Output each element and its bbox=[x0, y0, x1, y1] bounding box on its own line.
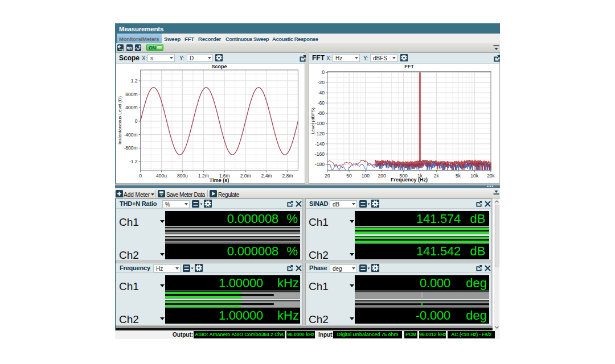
svg-text:-20: -20 bbox=[318, 80, 325, 85]
svg-text:800u: 800u bbox=[177, 173, 188, 179]
svg-text:-160: -160 bbox=[315, 151, 325, 157]
svg-text:-140: -140 bbox=[315, 141, 325, 147]
svg-text:1.2m: 1.2m bbox=[198, 173, 209, 179]
svg-text:20: 20 bbox=[325, 173, 330, 179]
svg-text:Level (dBFS): Level (dBFS) bbox=[310, 107, 315, 134]
svg-text:400m: 400m bbox=[125, 105, 137, 110]
svg-text:0: 0 bbox=[139, 173, 142, 179]
svg-text:FFT: FFT bbox=[404, 64, 414, 69]
svg-text:100: 100 bbox=[362, 173, 370, 179]
svg-text:-80: -80 bbox=[318, 110, 325, 116]
svg-text:200: 200 bbox=[378, 173, 386, 179]
svg-text:0: 0 bbox=[135, 118, 138, 124]
svg-text:-40: -40 bbox=[318, 90, 325, 96]
svg-text:2.0m: 2.0m bbox=[240, 173, 251, 179]
svg-text:20k: 20k bbox=[487, 173, 495, 179]
svg-text:2k: 2k bbox=[434, 173, 440, 179]
svg-text:-400m: -400m bbox=[124, 132, 138, 138]
svg-text:400u: 400u bbox=[156, 173, 167, 179]
svg-text:1.2: 1.2 bbox=[131, 78, 138, 84]
svg-text:Instantaneous Level (D): Instantaneous Level (D) bbox=[117, 96, 122, 144]
svg-text:-180: -180 bbox=[315, 162, 325, 167]
svg-text:Time (s): Time (s) bbox=[210, 177, 229, 183]
svg-text:10k: 10k bbox=[470, 173, 478, 179]
svg-text:-100: -100 bbox=[315, 121, 325, 126]
svg-text:800m: 800m bbox=[125, 92, 137, 97]
svg-text:2.4m: 2.4m bbox=[261, 173, 272, 179]
svg-text:-120: -120 bbox=[315, 131, 325, 136]
svg-text:50: 50 bbox=[346, 173, 352, 179]
svg-text:5k: 5k bbox=[456, 173, 461, 179]
svg-text:2.8m: 2.8m bbox=[282, 173, 293, 179]
svg-text:0: 0 bbox=[322, 69, 325, 75]
svg-text:-1.2: -1.2 bbox=[129, 159, 138, 164]
svg-text:-60: -60 bbox=[318, 100, 325, 106]
svg-text:-800m: -800m bbox=[124, 145, 138, 151]
svg-text:Frequency (Hz): Frequency (Hz) bbox=[391, 177, 428, 183]
svg-text:Scope: Scope bbox=[211, 64, 227, 69]
